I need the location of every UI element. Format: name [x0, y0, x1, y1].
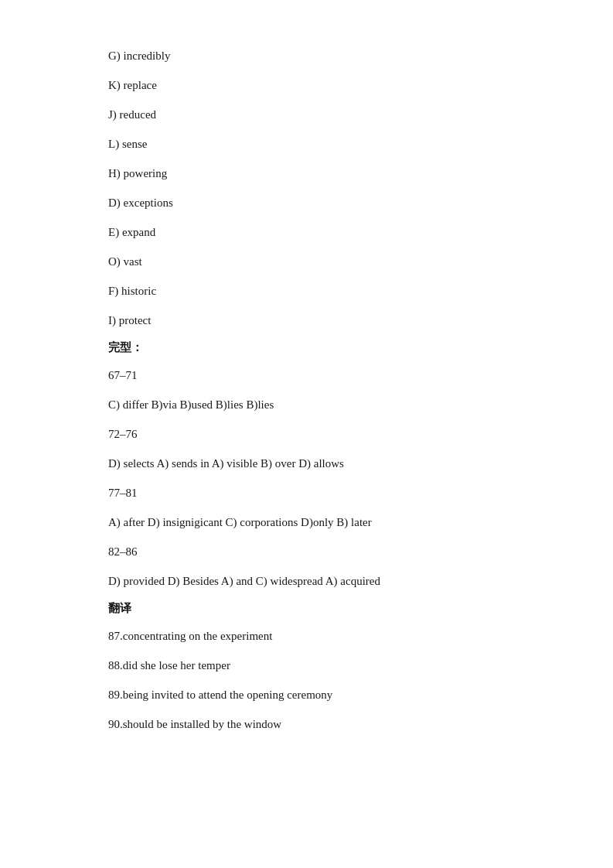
range-82-86-label: 82–86	[108, 545, 138, 558]
translation-90-text: 90.should be installed by the window	[108, 718, 281, 730]
word-item-h: H) powering	[108, 164, 505, 183]
word-item-d-label: D) exceptions	[108, 196, 173, 209]
answer-range-72-76: 72–76	[108, 425, 505, 443]
answer-82-86-text: D) provided D) Besides A) and C) widespr…	[108, 575, 380, 587]
word-item-j: J) reduced	[108, 105, 505, 124]
word-item-h-label: H) powering	[108, 167, 167, 179]
section1-heading: 完型：	[108, 340, 505, 355]
section1-heading-text: 完型：	[108, 341, 143, 354]
word-item-k-label: K) replace	[108, 79, 157, 91]
section2-heading-text: 翻译	[108, 602, 131, 614]
answer-67-71: C) differ B)via B)used B)lies B)lies	[108, 395, 505, 414]
page-container: G) incredibly K) replace J) reduced L) s…	[0, 0, 613, 791]
translation-87: 87.concentrating on the experiment	[108, 627, 505, 645]
range-67-71-label: 67–71	[108, 369, 138, 381]
word-item-o-label: O) vast	[108, 255, 142, 268]
word-item-g: G) incredibly	[108, 46, 505, 65]
translation-87-text: 87.concentrating on the experiment	[108, 630, 272, 642]
range-72-76-label: 72–76	[108, 428, 138, 440]
answer-72-76: D) selects A) sends in A) visible B) ove…	[108, 454, 505, 473]
answer-range-67-71: 67–71	[108, 366, 505, 384]
answer-77-81: A) after D) insignigicant C) corporation…	[108, 513, 505, 531]
answer-range-77-81: 77–81	[108, 484, 505, 502]
word-item-l: L) sense	[108, 135, 505, 153]
answer-67-71-text: C) differ B)via B)used B)lies B)lies	[108, 398, 274, 411]
word-item-f: F) historic	[108, 282, 505, 300]
word-item-g-label: G) incredibly	[108, 50, 170, 62]
answer-72-76-text: D) selects A) sends in A) visible B) ove…	[108, 457, 344, 470]
word-item-j-label: J) reduced	[108, 108, 156, 121]
word-item-d: D) exceptions	[108, 193, 505, 212]
translation-88: 88.did she lose her temper	[108, 656, 505, 675]
word-item-l-label: L) sense	[108, 138, 147, 150]
translation-90: 90.should be installed by the window	[108, 715, 505, 733]
word-item-e: E) expand	[108, 223, 505, 241]
answer-82-86: D) provided D) Besides A) and C) widespr…	[108, 572, 505, 590]
translation-88-text: 88.did she lose her temper	[108, 659, 230, 672]
word-item-o: O) vast	[108, 252, 505, 271]
answer-range-82-86: 82–86	[108, 542, 505, 561]
section2-heading: 翻译	[108, 601, 505, 616]
word-item-i-label: I) protect	[108, 314, 151, 326]
word-item-e-label: E) expand	[108, 226, 155, 238]
word-item-f-label: F) historic	[108, 285, 156, 297]
translation-89: 89.being invited to attend the opening c…	[108, 685, 505, 704]
answer-77-81-text: A) after D) insignigicant C) corporation…	[108, 516, 372, 528]
translation-89-text: 89.being invited to attend the opening c…	[108, 689, 332, 701]
word-item-i: I) protect	[108, 311, 505, 330]
range-77-81-label: 77–81	[108, 487, 138, 499]
word-item-k: K) replace	[108, 76, 505, 94]
